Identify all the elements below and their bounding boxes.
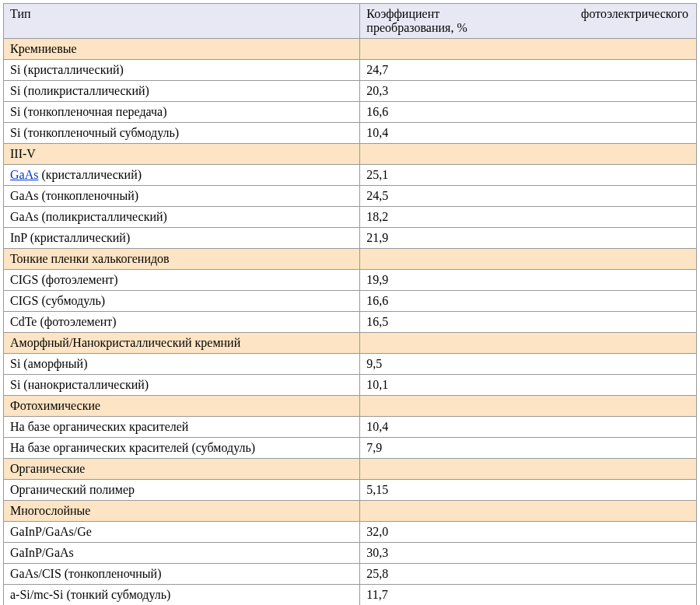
- table-row: GaInP/GaAs30,3: [4, 543, 697, 564]
- cell-efficiency: 30,3: [360, 543, 697, 564]
- cell-type: CdTe (фотоэлемент): [4, 312, 360, 333]
- cell-type: GaAs/CIS (тонкопленочный): [4, 564, 360, 585]
- cell-type: Органический полимер: [4, 480, 360, 501]
- cell-efficiency: 7,9: [360, 438, 697, 459]
- table-row: Si (тонкопленочный субмодуль)10,4: [4, 123, 697, 144]
- header-type: Тип: [4, 4, 360, 39]
- cell-type: a-Si/mc-Si (тонкий субмодуль): [4, 585, 360, 606]
- cell-efficiency: 20,3: [360, 81, 697, 102]
- cell-efficiency: [360, 501, 697, 522]
- cell-efficiency: 11,7: [360, 585, 697, 606]
- cell-type: Аморфный/Нанокристаллический кремний: [4, 333, 360, 354]
- cell-type: Si (поликристаллический): [4, 81, 360, 102]
- cell-type: Si (аморфный): [4, 354, 360, 375]
- cell-type: III-V: [4, 144, 360, 165]
- cell-efficiency: [360, 396, 697, 417]
- cell-type: На базе органических красителей: [4, 417, 360, 438]
- table-row: GaAs (кристаллический)25,1: [4, 165, 697, 186]
- cell-type: Si (тонкопленочная передача): [4, 102, 360, 123]
- cell-efficiency: 18,2: [360, 207, 697, 228]
- cell-type: Кремниевые: [4, 39, 360, 60]
- cell-type: Фотохимические: [4, 396, 360, 417]
- table-row: CIGS (субмодуль)16,6: [4, 291, 697, 312]
- cell-type: Органические: [4, 459, 360, 480]
- cell-efficiency: 16,5: [360, 312, 697, 333]
- table-row: На базе органических красителей10,4: [4, 417, 697, 438]
- table-row: Органический полимер5,15: [4, 480, 697, 501]
- table-row: Si (поликристаллический)20,3: [4, 81, 697, 102]
- cell-efficiency: 21,9: [360, 228, 697, 249]
- cell-efficiency: 25,1: [360, 165, 697, 186]
- table-row: GaInP/GaAs/Ge32,0: [4, 522, 697, 543]
- cell-efficiency: [360, 39, 697, 60]
- cell-efficiency: 10,4: [360, 123, 697, 144]
- cell-type: Si (кристаллический): [4, 60, 360, 81]
- category-row: Кремниевые: [4, 39, 697, 60]
- header-eff-line2: преобразования, %: [366, 21, 688, 35]
- header-eff-word2: фотоэлектрического: [581, 7, 688, 20]
- table-row: GaAs (поликристаллический)18,2: [4, 207, 697, 228]
- table-row: Si (нанокристаллический)10,1: [4, 375, 697, 396]
- header-efficiency: Коэффициент фотоэлектрического преобразо…: [360, 4, 697, 39]
- cell-type: Тонкие пленки халькогенидов: [4, 249, 360, 270]
- table-row: CIGS (фотоэлемент)19,9: [4, 270, 697, 291]
- cell-efficiency: 16,6: [360, 102, 697, 123]
- category-row: Аморфный/Нанокристаллический кремний: [4, 333, 697, 354]
- cell-type: GaAs (тонкопленочный): [4, 186, 360, 207]
- cell-efficiency: 24,5: [360, 186, 697, 207]
- category-row: Фотохимические: [4, 396, 697, 417]
- category-row: Тонкие пленки халькогенидов: [4, 249, 697, 270]
- cell-type: GaInP/GaAs: [4, 543, 360, 564]
- cell-type: CIGS (фотоэлемент): [4, 270, 360, 291]
- cell-efficiency: 25,8: [360, 564, 697, 585]
- cell-efficiency: 32,0: [360, 522, 697, 543]
- efficiency-table: Тип Коэффициент фотоэлектрического преоб…: [3, 3, 697, 605]
- table-row: GaAs/CIS (тонкопленочный)25,8: [4, 564, 697, 585]
- cell-type: На базе органических красителей (субмоду…: [4, 438, 360, 459]
- cell-efficiency: 5,15: [360, 480, 697, 501]
- header-eff-word1: Коэффициент: [366, 7, 439, 20]
- cell-type: CIGS (субмодуль): [4, 291, 360, 312]
- category-row: III-V: [4, 144, 697, 165]
- cell-efficiency: 24,7: [360, 60, 697, 81]
- cell-type: GaAs (кристаллический): [4, 165, 360, 186]
- cell-type: Si (тонкопленочный субмодуль): [4, 123, 360, 144]
- table-row: InP (кристаллический)21,9: [4, 228, 697, 249]
- cell-type: InP (кристаллический): [4, 228, 360, 249]
- material-link[interactable]: GaAs: [10, 168, 38, 181]
- cell-type: Многослойные: [4, 501, 360, 522]
- cell-efficiency: [360, 249, 697, 270]
- cell-type: GaInP/GaAs/Ge: [4, 522, 360, 543]
- category-row: Многослойные: [4, 501, 697, 522]
- table-row: Si (кристаллический)24,7: [4, 60, 697, 81]
- table-row: a-Si/mc-Si (тонкий субмодуль)11,7: [4, 585, 697, 606]
- cell-efficiency: 16,6: [360, 291, 697, 312]
- cell-type: GaAs (поликристаллический): [4, 207, 360, 228]
- table-row: GaAs (тонкопленочный)24,5: [4, 186, 697, 207]
- cell-type: Si (нанокристаллический): [4, 375, 360, 396]
- cell-efficiency: 10,1: [360, 375, 697, 396]
- cell-efficiency: 10,4: [360, 417, 697, 438]
- table-row: На базе органических красителей (субмоду…: [4, 438, 697, 459]
- cell-efficiency: [360, 333, 697, 354]
- table-row: Si (тонкопленочная передача)16,6: [4, 102, 697, 123]
- cell-efficiency: [360, 144, 697, 165]
- category-row: Органические: [4, 459, 697, 480]
- cell-efficiency: 19,9: [360, 270, 697, 291]
- cell-type-rest: (кристаллический): [38, 168, 142, 181]
- table-row: Si (аморфный)9,5: [4, 354, 697, 375]
- cell-efficiency: [360, 459, 697, 480]
- cell-efficiency: 9,5: [360, 354, 697, 375]
- table-row: CdTe (фотоэлемент)16,5: [4, 312, 697, 333]
- header-row: Тип Коэффициент фотоэлектрического преоб…: [4, 4, 697, 39]
